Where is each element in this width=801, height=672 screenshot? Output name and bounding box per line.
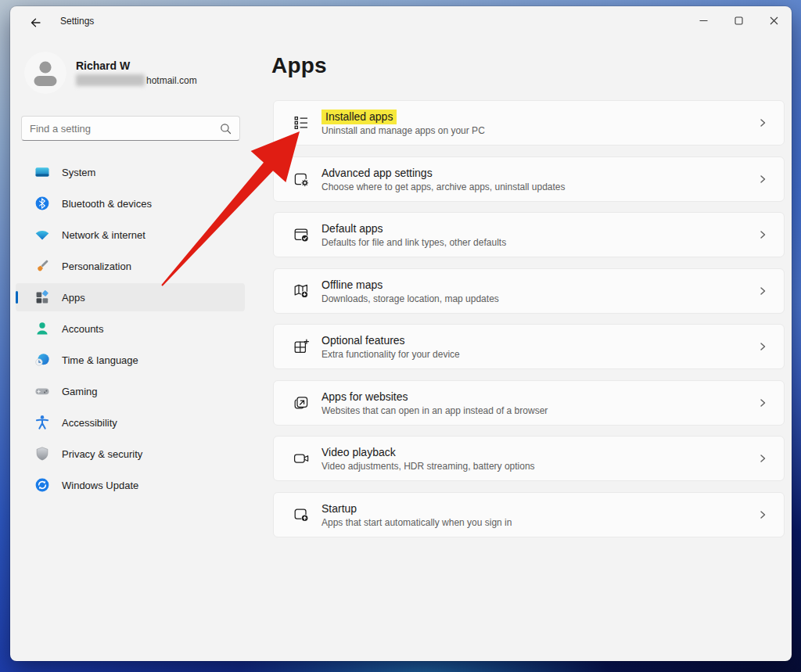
apps-for-websites-icon (292, 393, 311, 412)
titlebar: Settings (10, 6, 792, 38)
avatar (24, 52, 66, 94)
sidebar-item-system[interactable]: System (16, 158, 245, 186)
card-title: Video playback (321, 446, 396, 458)
sidebar-item-personalization[interactable]: Personalization (16, 252, 245, 280)
card-title: Installed apps (321, 110, 397, 124)
chevron-right-icon (757, 453, 768, 464)
sidebar-item-apps[interactable]: Apps (16, 283, 245, 311)
card-title: Optional features (321, 334, 405, 347)
card-startup[interactable]: Startup Apps that start automatically wh… (273, 492, 785, 537)
default-apps-icon (292, 225, 311, 244)
card-subtitle: Apps that start automatically when you s… (321, 517, 757, 528)
card-title: Startup (321, 502, 357, 515)
sidebar-item-label: Apps (62, 292, 85, 304)
card-video-playback[interactable]: Video playback Video adjustments, HDR st… (273, 436, 785, 481)
windows-update-icon (34, 477, 50, 493)
window-title: Settings (60, 16, 94, 27)
offline-maps-icon (292, 282, 311, 300)
sidebar: Richard W hotmail.com System (10, 38, 260, 661)
apps-icon (34, 289, 50, 305)
startup-icon (292, 505, 311, 524)
chevron-right-icon (757, 341, 768, 352)
search-icon (220, 123, 232, 135)
system-icon (34, 164, 50, 180)
accounts-icon (34, 321, 50, 336)
sidebar-item-label: Privacy & security (62, 448, 142, 460)
sidebar-item-label: System (62, 167, 95, 178)
search-input[interactable] (22, 123, 220, 135)
card-subtitle: Uninstall and manage apps on your PC (321, 125, 757, 136)
sidebar-item-gaming[interactable]: Gaming (16, 377, 245, 405)
sidebar-item-label: Time & language (62, 354, 138, 366)
card-subtitle: Downloads, storage location, map updates (321, 293, 757, 304)
sidebar-item-label: Accessibility (62, 417, 117, 429)
back-button[interactable] (21, 13, 49, 32)
sidebar-item-privacy-security[interactable]: Privacy & security (16, 440, 245, 468)
close-icon (770, 16, 778, 25)
card-apps-for-websites[interactable]: Apps for websites Websites that can open… (273, 380, 785, 426)
close-button[interactable] (756, 6, 792, 34)
sidebar-item-accounts[interactable]: Accounts (16, 314, 245, 343)
maximize-icon (735, 16, 743, 25)
minimize-icon (699, 16, 708, 25)
window-controls (686, 6, 792, 34)
bluetooth-icon (34, 196, 50, 211)
settings-card-list: Installed apps Uninstall and manage apps… (273, 100, 785, 548)
selected-indicator (16, 291, 18, 304)
card-advanced-app-settings[interactable]: Advanced app settings Choose where to ge… (273, 156, 785, 202)
sidebar-item-bluetooth-devices[interactable]: Bluetooth & devices (16, 189, 245, 217)
time-language-icon (34, 352, 50, 368)
card-title: Advanced app settings (321, 167, 433, 179)
redacted-email-blur (76, 74, 145, 86)
yellow-highlight: Installed apps (321, 110, 397, 124)
back-icon (29, 16, 41, 29)
card-subtitle: Video adjustments, HDR streaming, batter… (321, 461, 757, 472)
accessibility-icon (34, 415, 50, 430)
sidebar-item-time-language[interactable]: Time & language (16, 346, 245, 374)
card-subtitle: Websites that can open in an app instead… (321, 405, 757, 416)
sidebar-item-windows-update[interactable]: Windows Update (16, 471, 245, 499)
card-installed-apps[interactable]: Installed apps Uninstall and manage apps… (273, 100, 785, 146)
card-subtitle: Extra functionality for your device (321, 349, 757, 360)
sidebar-item-label: Windows Update (62, 480, 138, 491)
sidebar-item-accessibility[interactable]: Accessibility (16, 408, 245, 437)
chevron-right-icon (757, 509, 768, 520)
chevron-right-icon (757, 117, 768, 128)
optional-features-icon (292, 337, 311, 356)
card-title: Offline maps (321, 279, 383, 291)
minimize-button[interactable] (686, 6, 721, 34)
page-title: Apps (271, 53, 327, 78)
email-domain: hotmail.com (146, 75, 197, 86)
card-subtitle: Defaults for file and link types, other … (321, 237, 757, 248)
sidebar-nav: System Bluetooth & devices Network & int… (16, 158, 245, 502)
user-profile[interactable]: Richard W hotmail.com (24, 52, 197, 94)
chevron-right-icon (757, 286, 768, 296)
sidebar-item-network-internet[interactable]: Network & internet (16, 221, 245, 249)
profile-email: hotmail.com (76, 74, 197, 86)
sidebar-item-label: Network & internet (62, 229, 145, 241)
gaming-icon (34, 383, 50, 399)
main-content: Apps Installed apps Uninstall and manage… (260, 38, 792, 661)
chevron-right-icon (757, 397, 768, 408)
privacy-security-icon (34, 446, 50, 462)
search-box (21, 116, 240, 141)
network-icon (34, 227, 50, 243)
video-playback-icon (292, 449, 311, 468)
sidebar-item-label: Gaming (62, 386, 98, 397)
card-subtitle: Choose where to get apps, archive apps, … (321, 181, 757, 192)
sidebar-item-label: Accounts (62, 323, 103, 335)
maximize-button[interactable] (721, 6, 756, 34)
card-title: Default apps (321, 222, 383, 235)
chevron-right-icon (757, 229, 768, 240)
card-optional-features[interactable]: Optional features Extra functionality fo… (273, 324, 785, 369)
installed-apps-icon (292, 113, 311, 132)
settings-window: Settings Richard W hotmail.com (10, 6, 792, 661)
profile-name: Richard W (76, 59, 197, 72)
sidebar-item-label: Bluetooth & devices (62, 198, 152, 210)
sidebar-item-label: Personalization (62, 261, 131, 272)
card-title: Apps for websites (321, 390, 408, 403)
card-offline-maps[interactable]: Offline maps Downloads, storage location… (273, 268, 785, 314)
chevron-right-icon (757, 174, 768, 185)
card-default-apps[interactable]: Default apps Defaults for file and link … (273, 212, 785, 257)
advanced-app-settings-icon (292, 170, 311, 189)
